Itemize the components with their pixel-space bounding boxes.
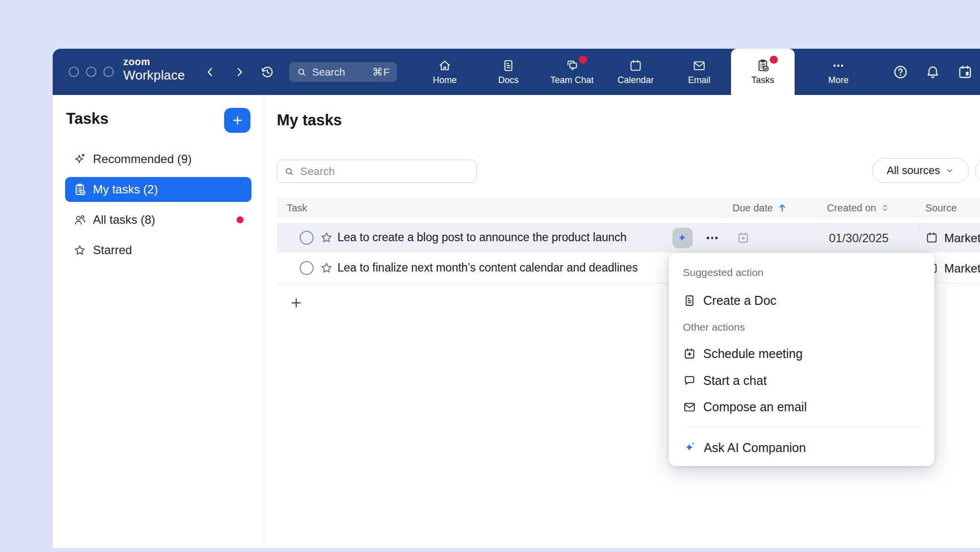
- created-on-value: 01/30/2025: [829, 231, 889, 245]
- ai-companion-task-button[interactable]: [672, 228, 693, 248]
- team-chat-icon: [565, 59, 579, 73]
- new-task-button[interactable]: [224, 108, 250, 133]
- page-title: My tasks: [277, 111, 342, 129]
- nav-label-home: Home: [433, 75, 457, 86]
- tasks-notification-dot: [770, 56, 778, 64]
- task-more-actions-button[interactable]: [702, 228, 722, 248]
- menu-section-other: Other actions: [683, 321, 745, 333]
- home-icon: [438, 59, 452, 73]
- sidebar-item-all-tasks[interactable]: All tasks (8): [65, 207, 251, 232]
- task-title[interactable]: Lea to finalize next month’s content cal…: [337, 261, 638, 275]
- nav-item-more[interactable]: More: [807, 49, 870, 95]
- sidebar-item-recommended[interactable]: Recommended (9): [65, 147, 251, 172]
- column-header-source: Source: [925, 197, 957, 218]
- chevron-right-icon: [234, 66, 245, 78]
- all-tasks-notification-dot: [237, 216, 244, 223]
- menu-section-suggested: Suggested action: [683, 267, 763, 278]
- menu-item-schedule-meeting[interactable]: Schedule meeting: [683, 343, 924, 365]
- menu-item-compose-email[interactable]: Compose an email: [683, 396, 924, 418]
- nav-item-tasks-active[interactable]: Tasks: [731, 49, 795, 95]
- ai-sparkle-icon: [676, 231, 689, 245]
- nav-item-docs[interactable]: Docs: [477, 49, 540, 95]
- nav-label-calendar: Calendar: [617, 75, 653, 86]
- email-icon: [692, 59, 706, 73]
- nav-label-email: Email: [688, 75, 710, 86]
- logo-zoom-text: zoom: [123, 57, 185, 67]
- nav-label-docs: Docs: [498, 75, 518, 86]
- window-zoom-button[interactable]: [103, 67, 114, 77]
- menu-item-label: Schedule meeting: [703, 347, 803, 361]
- bell-icon: [925, 64, 941, 80]
- sidebar-item-starred[interactable]: Starred: [65, 238, 251, 263]
- sidebar-item-my-tasks[interactable]: My tasks (2): [65, 177, 251, 202]
- window-close-button[interactable]: [69, 67, 79, 77]
- column-header-created-on[interactable]: Created on: [827, 197, 890, 218]
- nav-item-home[interactable]: Home: [413, 49, 477, 95]
- nav-label-tasks: Tasks: [751, 75, 774, 86]
- sidebar-item-label: Starred: [93, 243, 132, 257]
- history-clock-icon: [260, 65, 275, 80]
- column-header-task: Task: [287, 197, 307, 218]
- topbar-right-icons: [893, 49, 973, 95]
- mini-calendar-button[interactable]: [957, 64, 973, 80]
- add-due-date-button[interactable]: [736, 231, 750, 245]
- search-icon: [284, 166, 295, 178]
- menu-item-start-chat[interactable]: Start a chat: [683, 369, 924, 391]
- help-icon: [893, 64, 908, 80]
- sources-filter-dropdown[interactable]: All sources: [872, 158, 969, 183]
- column-header-due-date[interactable]: Due date: [733, 197, 788, 218]
- primary-nav: Home Docs Team Chat Calendar Emai: [413, 49, 870, 95]
- forward-button[interactable]: [231, 64, 248, 81]
- star-icon: [320, 231, 333, 245]
- sidebar-title: Tasks: [66, 110, 109, 128]
- top-navigation-bar: zoom Workplace Search ⌘F Home: [53, 49, 980, 95]
- menu-item-label: Create a Doc: [703, 293, 776, 308]
- nav-item-team-chat[interactable]: Team Chat: [540, 49, 604, 95]
- zoom-workplace-app: zoom Workplace Search ⌘F Home: [0, 0, 980, 552]
- star-icon: [320, 261, 333, 275]
- source-calendar-icon: [925, 231, 938, 244]
- source-value[interactable]: Marketing: [944, 231, 980, 245]
- global-search-bar[interactable]: Search ⌘F: [289, 62, 397, 82]
- task-complete-checkbox[interactable]: [300, 231, 314, 245]
- sidebar-item-label: Recommended (9): [93, 152, 192, 166]
- menu-item-create-doc[interactable]: Create a Doc: [683, 289, 924, 311]
- history-button[interactable]: [259, 64, 276, 81]
- help-button[interactable]: [893, 64, 908, 80]
- search-shortcut-hint: ⌘F: [372, 66, 390, 78]
- logo-workplace-text: Workplace: [123, 69, 185, 82]
- task-title[interactable]: Lea to create a blog post to announce th…: [337, 231, 627, 244]
- clipped-filter-button[interactable]: [975, 158, 980, 183]
- people-icon: [73, 213, 86, 227]
- notifications-button[interactable]: [925, 64, 941, 80]
- star-task-button[interactable]: [320, 261, 333, 275]
- window-minimize-button[interactable]: [86, 67, 96, 77]
- menu-divider: [682, 426, 921, 427]
- plus-icon: [289, 296, 303, 310]
- nav-label-team-chat: Team Chat: [550, 75, 593, 86]
- source-value[interactable]: Marketing: [944, 262, 980, 276]
- sidebar-item-label: My tasks (2): [93, 183, 158, 196]
- sort-ascending-icon: [777, 202, 788, 213]
- menu-item-label: Compose an email: [703, 400, 807, 414]
- menu-item-ask-ai-companion[interactable]: Ask AI Companion: [683, 437, 924, 459]
- star-task-button[interactable]: [320, 231, 333, 245]
- calendar-plus-icon: [736, 231, 750, 245]
- sidebar-item-label: All tasks (8): [93, 213, 155, 227]
- tasks-clipboard-icon: [756, 59, 770, 73]
- ai-actions-menu: Suggested action Create a Doc Other acti…: [669, 253, 934, 466]
- nav-item-calendar[interactable]: Calendar: [604, 49, 667, 95]
- task-complete-checkbox[interactable]: [300, 261, 314, 275]
- add-task-button[interactable]: [287, 294, 305, 312]
- star-icon: [73, 244, 86, 257]
- sources-filter-label: All sources: [887, 164, 940, 177]
- task-row-1[interactable]: Lea to create a blog post to announce th…: [277, 223, 980, 253]
- calendar-date-icon: [957, 64, 973, 80]
- nav-item-email[interactable]: Email: [667, 49, 731, 95]
- zoom-workplace-logo: zoom Workplace: [123, 57, 185, 82]
- task-search-input[interactable]: [299, 165, 470, 179]
- back-button[interactable]: [202, 64, 219, 81]
- chat-bubble-icon: [683, 374, 696, 387]
- nav-label-more: More: [828, 75, 848, 86]
- menu-item-label: Start a chat: [703, 373, 767, 388]
